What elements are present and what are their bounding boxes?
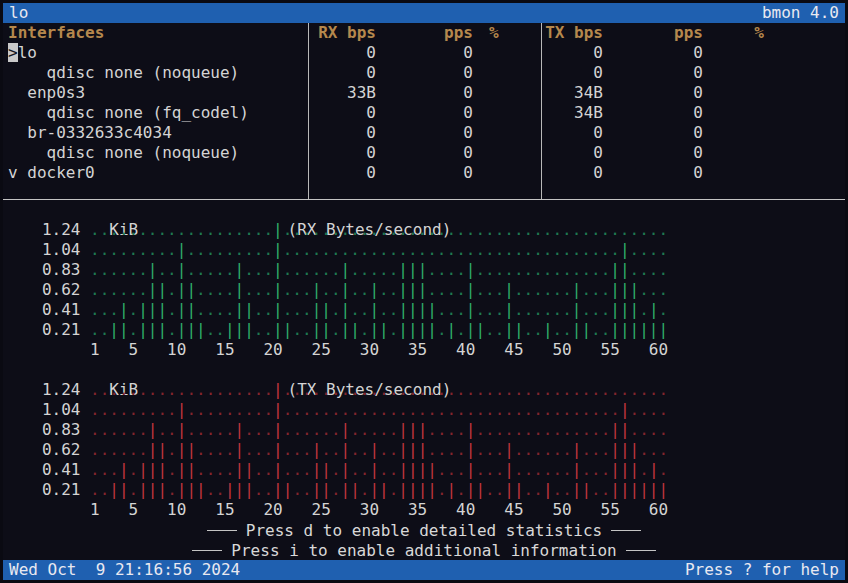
rx-bps-value: 33B	[308, 83, 384, 103]
tx-bps-value: 0	[541, 143, 611, 163]
tx-pps-value: 0	[611, 43, 711, 63]
status-bar: Wed Oct 9 21:16:56 2024 Press ? for help	[3, 560, 845, 580]
rx-bps-value: 0	[308, 163, 384, 183]
interface-name: qdisc none (noqueue)	[8, 143, 239, 162]
interface-name: qdisc none (fq_codel)	[8, 103, 249, 122]
tx-bps-value: 34B	[541, 83, 611, 103]
tx-bps-value: 0	[541, 123, 611, 143]
hint-rule-left	[207, 530, 237, 531]
tx-pct-value	[711, 43, 766, 63]
rx-bps-value: 0	[308, 143, 384, 163]
graph-row: 0.83......|..|.....|...|......|.....|||.…	[13, 260, 845, 280]
scroll-more-indicator: v	[8, 163, 18, 182]
tx-bps-value: 34B	[541, 103, 611, 123]
hint-rule-right	[626, 550, 656, 551]
tx-pct-value	[711, 123, 766, 143]
rx-pct-value	[481, 63, 541, 83]
tx-graph: 1.24...................|................…	[13, 380, 845, 520]
app-version: bmon 4.0	[762, 3, 839, 23]
interface-name: qdisc none (noqueue)	[8, 63, 239, 82]
rx-pct-value	[481, 103, 541, 123]
col-header-rx-pct: %	[481, 23, 541, 43]
table-header-row: Interfaces RX bps pps % TX bps pps %	[3, 23, 845, 43]
tx-pct-value	[711, 143, 766, 163]
rx-bps-value: 0	[308, 43, 384, 63]
tx-pps-value: 0	[611, 83, 711, 103]
tx-pps-value: 0	[611, 63, 711, 83]
tx-pct-value	[711, 163, 766, 183]
title-bar: lo bmon 4.0	[3, 3, 845, 23]
hint-additional-row: Press i to enable additional information	[3, 540, 845, 560]
rx-pps-value: 0	[384, 63, 481, 83]
tx-pps-value: 0	[611, 103, 711, 123]
graph-x-axis: 1 5 10 15 20 25 30 35 40 45 50 55 60	[13, 340, 845, 360]
col-header-rx-bps: RX bps	[308, 23, 384, 43]
col-header-tx-bps: TX bps	[541, 23, 611, 43]
tx-bps-value: 0	[541, 63, 611, 83]
rx-bps-value: 0	[308, 123, 384, 143]
interface-row-br[interactable]: br-0332633c4034 0 0 0 0	[3, 123, 845, 143]
graph-row: 0.41...|.|||.||....||..|...||.|..|..||||…	[13, 460, 845, 480]
rx-pct-value	[481, 143, 541, 163]
tx-pps-value: 0	[611, 143, 711, 163]
graph-area: KiB(RX Bytes/second) 1.24...............…	[3, 200, 845, 520]
rx-pps-value: 0	[384, 143, 481, 163]
graph-row: 0.83......|..|.....|...|......|.....|||.…	[13, 420, 845, 440]
column-divider-tx	[541, 23, 542, 199]
hint-rule-right	[611, 530, 641, 531]
interface-name: enp0s3	[8, 83, 85, 102]
interface-row-br-qdisc[interactable]: qdisc none (noqueue) 0 0 0 0	[3, 143, 845, 163]
column-divider-rx	[308, 23, 309, 199]
graph-row: 1.24...................|................…	[13, 380, 845, 400]
table-empty-row	[3, 183, 845, 199]
clock-text: Wed Oct 9 21:16:56 2024	[9, 560, 240, 580]
interface-row-docker0[interactable]: v docker0 0 0 0 0	[3, 163, 845, 183]
interface-row-enp0s3-qdisc[interactable]: qdisc none (fq_codel) 0 0 34B 0	[3, 103, 845, 123]
graph-row: 1.04.........|.........|................…	[13, 400, 845, 420]
interface-name: lo	[18, 43, 37, 62]
hint-rule-left	[192, 550, 222, 551]
col-header-tx-pps: pps	[611, 23, 711, 43]
rx-pct-value	[481, 123, 541, 143]
tx-pct-value	[711, 83, 766, 103]
selection-cursor: >	[8, 43, 18, 62]
hint-detailed-row: Press d to enable detailed statistics	[3, 520, 845, 540]
rx-graph-title-row: KiB(RX Bytes/second)	[13, 200, 845, 220]
graph-row: 0.41...|.|||.||....||..|...||.|..|..||||…	[13, 300, 845, 320]
bmon-terminal[interactable]: lo bmon 4.0 Interfaces RX bps pps % TX b…	[0, 0, 848, 583]
graph-row: 0.62......||.||....|...|...|..|..|..|||.…	[13, 440, 845, 460]
graph-row: 0.21..||.|||.|||..|||..||..||.||.||.||||…	[13, 480, 845, 500]
interface-name: br-0332633c4034	[8, 123, 172, 142]
graph-row: 0.21..||.|||.|||..|||..||..||.||.||.||||…	[13, 320, 845, 340]
col-header-rx-pps: pps	[384, 23, 481, 43]
graph-row: 1.04.........|.........|................…	[13, 240, 845, 260]
rx-bps-value: 0	[308, 63, 384, 83]
interface-name: docker0	[18, 163, 95, 182]
hint-detailed-text: Press d to enable detailed statistics	[246, 521, 602, 540]
col-header-interfaces: Interfaces	[3, 23, 308, 43]
graph-row: 1.24...................|................…	[13, 220, 845, 240]
rx-pps-value: 0	[384, 103, 481, 123]
hint-additional-text: Press i to enable additional information	[231, 541, 616, 560]
rx-pct-value	[481, 43, 541, 63]
rx-pct-value	[481, 163, 541, 183]
graph-row: 0.62......||.||....|...|...|..|..|..|||.…	[13, 280, 845, 300]
tx-pct-value	[711, 63, 766, 83]
tx-bps-value: 0	[541, 43, 611, 63]
rx-pps-value: 0	[384, 163, 481, 183]
rx-graph: 1.24...................|................…	[13, 220, 845, 360]
tx-pps-value: 0	[611, 163, 711, 183]
interface-row-enp0s3[interactable]: enp0s3 33B 0 34B 0	[3, 83, 845, 103]
rx-bps-value: 0	[308, 103, 384, 123]
tx-pps-value: 0	[611, 123, 711, 143]
tx-bps-value: 0	[541, 163, 611, 183]
interface-table: Interfaces RX bps pps % TX bps pps % >lo…	[3, 23, 845, 200]
col-header-tx-pct: %	[711, 23, 766, 43]
graph-x-axis: 1 5 10 15 20 25 30 35 40 45 50 55 60	[13, 500, 845, 520]
help-hint: Press ? for help	[685, 560, 839, 580]
selected-interface-title: lo	[9, 3, 28, 23]
interface-row-lo[interactable]: >lo 0 0 0 0	[3, 43, 845, 63]
interface-row-lo-qdisc[interactable]: qdisc none (noqueue) 0 0 0 0	[3, 63, 845, 83]
rx-pct-value	[481, 83, 541, 103]
rx-pps-value: 0	[384, 83, 481, 103]
